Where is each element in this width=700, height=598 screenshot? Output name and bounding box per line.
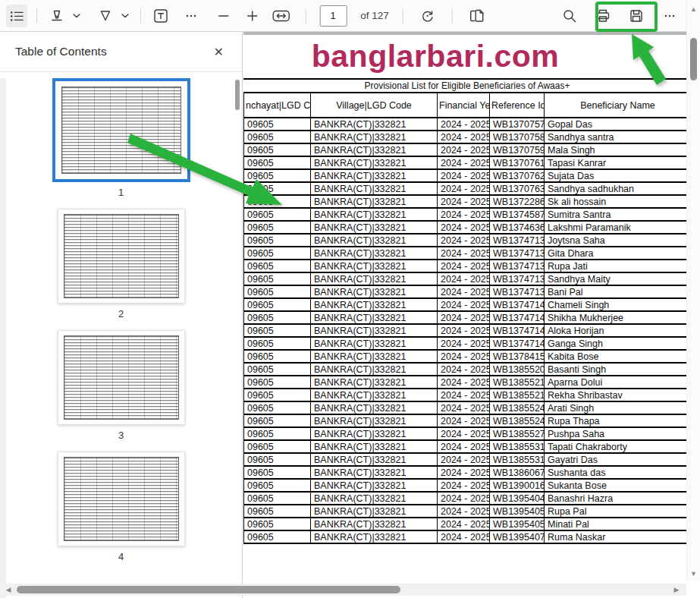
thumbnail-page-number: 3	[118, 430, 124, 441]
save-icon	[628, 8, 645, 24]
scroll-left-arrow-icon[interactable]: ◀	[3, 585, 14, 594]
cell-panchayat: 09605	[244, 466, 311, 479]
cell-panchayat: 09605	[244, 195, 311, 208]
col-header-beneficiary-name: Beneficiary Name	[545, 93, 687, 118]
cell-beneficiary-name: Joytsna Saha	[545, 234, 687, 247]
close-toc-button[interactable]: ✕	[209, 42, 228, 62]
cell-reference-id: WB138552433	[490, 401, 545, 414]
cell-financial-year: 2024 - 2025	[438, 298, 490, 311]
cell-panchayat: 09605	[244, 221, 311, 234]
search-button[interactable]	[559, 5, 580, 27]
table-row: 09605 BANKRA(CT)|332821 2024 - 2025 WB13…	[244, 518, 687, 530]
draw-options-chevron[interactable]	[119, 5, 131, 27]
scroll-up-arrow-icon[interactable]: ▲	[687, 5, 700, 14]
scroll-right-arrow-icon[interactable]: ▶	[671, 585, 682, 594]
vertical-scrollbar[interactable]: ▲ ▼	[686, 0, 700, 581]
print-button[interactable]	[592, 5, 614, 27]
table-row: 09605 BANKRA(CT)|332821 2024 - 2025 WB13…	[244, 234, 687, 247]
minus-icon	[217, 10, 229, 22]
cell-panchayat: 09605	[244, 234, 311, 247]
table-row: 09605 BANKRA(CT)|332821 2024 - 2025 WB13…	[244, 311, 687, 324]
table-row: 09605 BANKRA(CT)|332821 2024 - 2025 WB13…	[244, 143, 687, 156]
pdf-page: banglarbari.com Provisional List for Eli…	[243, 32, 686, 598]
cell-panchayat: 09605	[244, 440, 311, 453]
cell-beneficiary-name: Sujata Das	[545, 169, 687, 182]
rotate-button[interactable]	[417, 5, 438, 27]
cell-village: BANKRA(CT)|332821	[311, 389, 438, 401]
cell-village: BANKRA(CT)|332821	[311, 466, 438, 479]
zoom-in-button[interactable]	[241, 5, 262, 27]
horizontal-scrollbar-thumb[interactable]	[17, 586, 400, 593]
text-tool-icon	[153, 8, 168, 24]
col-header-panchayat: nchayat|LGD Code	[244, 93, 311, 118]
cell-village: BANKRA(CT)|332821	[311, 169, 438, 182]
cell-panchayat: 09605	[244, 247, 311, 260]
page-thumbnail[interactable]: 3	[58, 330, 185, 452]
table-row: 09605 BANKRA(CT)|332821 2024 - 2025 WB13…	[244, 440, 687, 453]
page-thumbnail[interactable]: 1	[52, 78, 190, 209]
page-thumbnail[interactable]: 4	[58, 452, 185, 573]
cell-beneficiary-name: Bani Pal	[545, 285, 687, 298]
thumbnail-list: 1 2 3 4	[0, 72, 242, 573]
vertical-scrollbar-thumb[interactable]	[690, 38, 697, 80]
scroll-down-arrow-icon[interactable]: ▼	[687, 569, 700, 578]
search-icon	[562, 8, 577, 24]
page-view-button[interactable]	[466, 5, 488, 27]
cell-financial-year: 2024 - 2025	[438, 272, 490, 285]
cell-reference-id: WB138552115	[490, 376, 545, 389]
page-thumbnail[interactable]: 2	[58, 209, 185, 330]
cell-panchayat: 09605	[244, 518, 311, 530]
cell-financial-year: 2024 - 2025	[438, 182, 490, 195]
thumbnail-page-number: 1	[118, 187, 124, 198]
cell-financial-year: 2024 - 2025	[438, 234, 490, 247]
more-options-button[interactable]	[659, 5, 680, 27]
cell-beneficiary-name: Ruma Naskar	[545, 530, 687, 543]
cell-village: BANKRA(CT)|332821	[311, 401, 438, 414]
table-row: 09605 BANKRA(CT)|332821 2024 - 2025 WB13…	[244, 350, 687, 363]
toolbar-divider	[452, 8, 453, 24]
cell-village: BANKRA(CT)|332821	[311, 414, 438, 427]
toc-scrollbar-thumb[interactable]	[235, 80, 240, 110]
horizontal-scrollbar[interactable]: ◀ ▶	[0, 584, 686, 596]
toolbar-divider	[140, 8, 141, 24]
cell-financial-year: 2024 - 2025	[438, 260, 490, 272]
cell-beneficiary-name: Arati Singh	[545, 401, 687, 414]
more-tools-button[interactable]	[180, 5, 202, 27]
table-of-contents-button[interactable]	[6, 5, 27, 27]
highlight-options-chevron[interactable]	[71, 5, 83, 27]
page-number-input[interactable]	[319, 5, 347, 27]
cell-reference-id: WB137228607	[490, 195, 545, 208]
table-row: 09605 BANKRA(CT)|332821 2024 - 2025 WB13…	[244, 272, 687, 285]
cell-beneficiary-name: Sandhya sadhukhan	[545, 182, 687, 195]
cell-beneficiary-name: Banashri Hazra	[545, 492, 687, 505]
cell-beneficiary-name: Gopal Das	[545, 118, 687, 131]
cell-panchayat: 09605	[244, 169, 311, 182]
cell-beneficiary-name: Lakshmi Paramanik	[545, 221, 687, 234]
zoom-out-button[interactable]	[212, 5, 234, 27]
thumbnail-page	[58, 452, 185, 546]
cell-village: BANKRA(CT)|332821	[311, 285, 438, 298]
table-row: 09605 BANKRA(CT)|332821 2024 - 2025 WB13…	[244, 285, 687, 298]
cell-village: BANKRA(CT)|332821	[311, 427, 438, 440]
draw-tool-button[interactable]	[95, 5, 116, 27]
fit-to-width-button[interactable]	[270, 5, 291, 27]
highlight-tool-button[interactable]	[46, 5, 67, 27]
cell-beneficiary-name: Sk ali hossain	[545, 195, 687, 208]
cell-village: BANKRA(CT)|332821	[311, 440, 438, 453]
cell-reference-id: WB138552769	[490, 427, 545, 440]
thumbnail-page	[58, 209, 185, 304]
cell-financial-year: 2024 - 2025	[438, 401, 490, 414]
add-text-button[interactable]	[150, 5, 171, 27]
cell-financial-year: 2024 - 2025	[438, 143, 490, 156]
table-row: 09605 BANKRA(CT)|332821 2024 - 2025 WB13…	[244, 156, 687, 169]
cell-reference-id: WB137471401	[490, 298, 545, 311]
cell-beneficiary-name: Pushpa Saha	[545, 427, 687, 440]
cell-financial-year: 2024 - 2025	[438, 389, 490, 401]
table-row: 09605 BANKRA(CT)|332821 2024 - 2025 WB13…	[244, 337, 687, 350]
save-button[interactable]	[626, 5, 647, 27]
fit-width-icon	[272, 9, 290, 23]
cell-financial-year: 2024 - 2025	[438, 518, 490, 530]
cell-village: BANKRA(CT)|332821	[311, 350, 438, 363]
cell-beneficiary-name: Rupa Jati	[545, 260, 687, 272]
cell-financial-year: 2024 - 2025	[438, 169, 490, 182]
